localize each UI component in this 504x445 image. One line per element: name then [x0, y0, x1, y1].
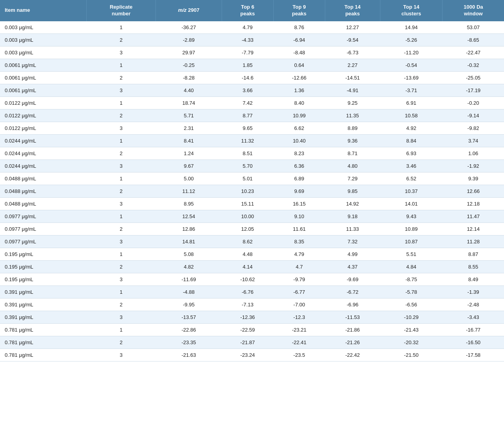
cell-mz: 8.41: [156, 134, 222, 147]
main-container: Item name Replicatenumber m/z 2907 Top 6…: [0, 0, 504, 362]
table-row: 0.003 μg/mL2-2.89-4.33-6.94-9.54-5.26-8.…: [0, 33, 504, 46]
cell-top14peaks: 9.85: [325, 185, 380, 197]
cell-item-name: 0.0977 μg/mL: [0, 222, 87, 235]
cell-top14peaks: 4.37: [325, 260, 380, 273]
cell-top9: 10.40: [273, 134, 325, 147]
cell-top14clusters: 14.94: [380, 21, 443, 34]
table-row: 0.0061 μg/mL34.403.661.36-4.91-3.71-17.1…: [0, 84, 504, 96]
cell-replicate: 2: [87, 260, 156, 273]
cell-replicate: 3: [87, 122, 156, 134]
cell-1000da: 11.28: [443, 235, 504, 248]
cell-1000da: 12.14: [443, 222, 504, 235]
cell-mz: -23.35: [156, 336, 222, 349]
cell-top9: -22.41: [273, 336, 325, 349]
cell-replicate: 1: [87, 323, 156, 336]
table-row: 0.391 μg/mL2-9.95-7.13-7.00-6.96-6.56-2.…: [0, 298, 504, 311]
cell-top9: 8.76: [273, 21, 325, 34]
cell-mz: -11.69: [156, 273, 222, 286]
table-row: 0.003 μg/mL1-36.274.798.7612.2714.9453.0…: [0, 21, 504, 34]
cell-top6: 4.79: [222, 21, 273, 34]
col-header-top14peaks: Top 14peaks: [325, 0, 380, 21]
cell-top9: -9.79: [273, 273, 325, 286]
header-row: Item name Replicatenumber m/z 2907 Top 6…: [0, 0, 504, 21]
col-header-top6: Top 6peaks: [222, 0, 273, 21]
col-header-1000da: 1000 Dawindow: [443, 0, 504, 21]
table-row: 0.391 μg/mL1-4.88-6.76-6.77-6.72-5.78-1.…: [0, 286, 504, 298]
cell-top9: -12.3: [273, 311, 325, 323]
cell-mz: -0.25: [156, 59, 222, 71]
cell-mz: 12.54: [156, 210, 222, 222]
table-row: 0.0061 μg/mL2-8.28-14.6-12.66-14.51-13.6…: [0, 71, 504, 84]
cell-top14clusters: -11.20: [380, 46, 443, 59]
cell-1000da: -17.19: [443, 84, 504, 96]
cell-item-name: 0.781 μg/mL: [0, 349, 87, 361]
cell-top6: -6.76: [222, 286, 273, 298]
table-row: 0.781 μg/mL3-21.63-23.24-23.5-22.42-21.5…: [0, 349, 504, 361]
cell-mz: -13.57: [156, 311, 222, 323]
cell-top9: 4.7: [273, 260, 325, 273]
cell-mz: -2.89: [156, 33, 222, 46]
cell-item-name: 0.0488 μg/mL: [0, 197, 87, 210]
cell-top9: 1.36: [273, 84, 325, 96]
cell-top9: -12.66: [273, 71, 325, 84]
cell-item-name: 0.0977 μg/mL: [0, 210, 87, 222]
cell-top14peaks: 8.71: [325, 147, 380, 159]
col-header-top9: Top 9peaks: [273, 0, 325, 21]
cell-top14peaks: -14.51: [325, 71, 380, 84]
cell-top14peaks: -21.86: [325, 323, 380, 336]
cell-1000da: -16.77: [443, 323, 504, 336]
cell-top9: 6.36: [273, 159, 325, 172]
cell-top14peaks: 9.36: [325, 134, 380, 147]
cell-top6: 4.48: [222, 248, 273, 260]
cell-item-name: 0.0488 μg/mL: [0, 185, 87, 197]
cell-mz: 5.71: [156, 109, 222, 122]
cell-top6: -10.62: [222, 273, 273, 286]
cell-replicate: 3: [87, 235, 156, 248]
cell-mz: -22.86: [156, 323, 222, 336]
cell-mz: 18.74: [156, 96, 222, 109]
cell-top14peaks: -4.91: [325, 84, 380, 96]
cell-top9: 16.15: [273, 197, 325, 210]
cell-top14clusters: -13.69: [380, 71, 443, 84]
cell-1000da: -3.43: [443, 311, 504, 323]
cell-item-name: 0.0122 μg/mL: [0, 96, 87, 109]
cell-top9: -6.94: [273, 33, 325, 46]
cell-mz: 4.82: [156, 260, 222, 273]
cell-replicate: 2: [87, 222, 156, 235]
cell-top14clusters: 10.37: [380, 185, 443, 197]
cell-mz: 8.95: [156, 197, 222, 210]
cell-1000da: 11.47: [443, 210, 504, 222]
cell-replicate: 3: [87, 46, 156, 59]
cell-top14peaks: -6.72: [325, 286, 380, 298]
cell-top6: 1.85: [222, 59, 273, 71]
cell-replicate: 1: [87, 134, 156, 147]
cell-1000da: 1.06: [443, 147, 504, 159]
cell-top14peaks: 7.29: [325, 172, 380, 185]
cell-top6: -12.36: [222, 311, 273, 323]
cell-item-name: 0.0977 μg/mL: [0, 235, 87, 248]
table-row: 0.003 μg/mL329.97-7.79-8.48-6.73-11.20-2…: [0, 46, 504, 59]
cell-mz: 5.08: [156, 248, 222, 260]
cell-1000da: -9.82: [443, 122, 504, 134]
cell-top6: -14.6: [222, 71, 273, 84]
cell-top6: 8.62: [222, 235, 273, 248]
table-row: 0.0122 μg/mL25.718.7710.9911.3510.58-9.1…: [0, 109, 504, 122]
cell-top14peaks: -9.54: [325, 33, 380, 46]
cell-top6: 3.66: [222, 84, 273, 96]
cell-top6: 7.42: [222, 96, 273, 109]
cell-top14clusters: -10.29: [380, 311, 443, 323]
cell-top14clusters: -21.43: [380, 323, 443, 336]
cell-item-name: 0.0488 μg/mL: [0, 172, 87, 185]
cell-replicate: 2: [87, 71, 156, 84]
cell-1000da: 8.87: [443, 248, 504, 260]
cell-item-name: 0.781 μg/mL: [0, 323, 87, 336]
cell-top6: 11.32: [222, 134, 273, 147]
cell-top6: 5.01: [222, 172, 273, 185]
col-header-replicate: Replicatenumber: [87, 0, 156, 21]
cell-top9: 6.89: [273, 172, 325, 185]
cell-top9: 6.62: [273, 122, 325, 134]
cell-top14peaks: 11.33: [325, 222, 380, 235]
cell-top6: 4.14: [222, 260, 273, 273]
cell-top14peaks: 8.89: [325, 122, 380, 134]
cell-top14clusters: -5.78: [380, 286, 443, 298]
